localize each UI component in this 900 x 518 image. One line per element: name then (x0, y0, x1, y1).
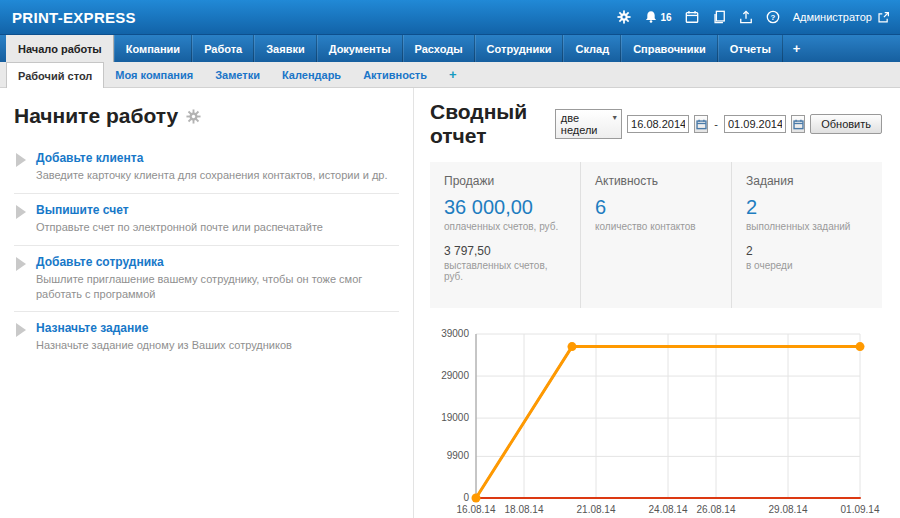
svg-text:39000: 39000 (441, 328, 469, 339)
app-logo: PRINT-EXPRESS (12, 9, 136, 26)
add-client-link[interactable]: Добавьте клиента (36, 151, 143, 165)
svg-text:29.08.14: 29.08.14 (769, 504, 808, 515)
widget-settings-icon[interactable] (186, 109, 201, 124)
stat-secondary-value: 3 797,50 (444, 244, 566, 258)
tab-requests[interactable]: Заявки (254, 35, 316, 62)
getting-started-title: Начните работу (14, 104, 178, 128)
summary-report-title: Сводный отчет (430, 100, 555, 148)
summary-report-panel: Сводный отчет две недели - Обновить (413, 88, 900, 518)
tab-add-button[interactable]: + (783, 35, 811, 62)
svg-text:0: 0 (463, 492, 469, 503)
tab-documents[interactable]: Документы (317, 35, 403, 62)
stat-primary-label: оплаченных счетов, руб. (444, 221, 566, 232)
svg-text:16.08.14: 16.08.14 (457, 504, 496, 515)
item-description: Отправьте счет по электронной почте или … (36, 220, 323, 235)
summary-chart: 16.08.1418.08.1421.08.1424.08.1426.08.14… (430, 324, 882, 518)
upload-icon[interactable] (739, 10, 753, 24)
main-content: Начните работу Добавьте клиента Заведите… (0, 88, 900, 518)
tab-employees[interactable]: Сотрудники (475, 35, 564, 62)
stat-tasks: Задания 2 выполненных заданий 2 в очеред… (731, 162, 882, 308)
user-menu[interactable]: Администратор (793, 11, 890, 24)
period-value: две недели (561, 112, 598, 136)
stat-secondary-label: в очереди (746, 260, 868, 271)
date-to-input[interactable] (724, 115, 786, 133)
create-invoice-link[interactable]: Выпишите счет (36, 203, 129, 217)
tab-getting-started[interactable]: Начало работы (6, 35, 114, 62)
subtab-notes[interactable]: Заметки (204, 62, 271, 87)
help-icon[interactable]: ? (766, 10, 780, 24)
stats-row: Продажи 36 000,00 оплаченных счетов, руб… (430, 162, 882, 308)
stat-primary-value: 2 (746, 196, 868, 219)
svg-text:24.08.14: 24.08.14 (649, 504, 688, 515)
refresh-button[interactable]: Обновить (810, 114, 882, 134)
stat-secondary-value: 2 (746, 244, 868, 258)
subtab-calendar[interactable]: Календарь (271, 62, 352, 87)
sub-nav: Рабочий стол Моя компания Заметки Календ… (0, 62, 900, 88)
tab-work[interactable]: Работа (192, 35, 254, 62)
external-link-icon (877, 11, 890, 24)
report-controls: две недели - Обновить (555, 109, 882, 139)
line-chart: 16.08.1418.08.1421.08.1424.08.1426.08.14… (430, 324, 882, 518)
getting-started-panel: Начните работу Добавьте клиента Заведите… (0, 88, 413, 518)
settings-icon[interactable] (617, 10, 631, 24)
tab-reports[interactable]: Отчеты (718, 35, 783, 62)
notifications-icon[interactable]: 16 (644, 10, 672, 24)
subtab-add-button[interactable]: + (438, 62, 468, 87)
stat-primary-value: 6 (595, 196, 717, 219)
notifications-count: 16 (661, 12, 672, 23)
period-select[interactable]: две недели (555, 109, 622, 139)
main-nav: Начало работы Компании Работа Заявки Док… (0, 34, 900, 62)
stat-primary-value: 36 000,00 (444, 196, 566, 219)
tab-warehouse[interactable]: Склад (563, 35, 621, 62)
list-item: Выпишите счет Отправьте счет по электрон… (14, 193, 399, 245)
tab-references[interactable]: Справочники (621, 35, 718, 62)
arrow-right-icon (16, 205, 26, 219)
svg-text:18.08.14: 18.08.14 (505, 504, 544, 515)
svg-text:01.09.14: 01.09.14 (841, 504, 880, 515)
subtab-activity[interactable]: Активность (352, 62, 438, 87)
svg-text:26.08.14: 26.08.14 (697, 504, 736, 515)
stat-secondary-label: выставленных счетов, руб. (444, 260, 566, 282)
add-employee-link[interactable]: Добавьте сотрудника (36, 255, 164, 269)
svg-text:19000: 19000 (441, 412, 469, 423)
arrow-right-icon (16, 257, 26, 271)
stat-sales: Продажи 36 000,00 оплаченных счетов, руб… (430, 162, 580, 308)
copy-icon[interactable] (712, 10, 726, 24)
item-description: Назначьте задание одному из Ваших сотруд… (36, 338, 292, 353)
calendar-icon[interactable] (685, 10, 699, 24)
item-description: Заведите карточку клиента для сохранения… (36, 168, 388, 183)
header-toolbar: 16 ? Администратор (617, 10, 891, 24)
stat-title: Задания (746, 174, 868, 188)
assign-task-link[interactable]: Назначьте задание (36, 321, 148, 335)
user-name: Администратор (793, 11, 872, 23)
svg-text:21.08.14: 21.08.14 (577, 504, 616, 515)
tab-companies[interactable]: Компании (114, 35, 192, 62)
list-item: Добавьте клиента Заведите карточку клиен… (14, 142, 399, 193)
subtab-desktop[interactable]: Рабочий стол (6, 62, 104, 88)
item-description: Вышлите приглашение вашему сотруднику, ч… (36, 272, 396, 302)
svg-text:?: ? (770, 13, 775, 22)
arrow-right-icon (16, 153, 26, 167)
date-range-separator: - (713, 118, 719, 130)
stat-primary-label: количество контактов (595, 221, 717, 232)
stat-primary-label: выполненных заданий (746, 221, 868, 232)
date-to-calendar-button[interactable] (791, 115, 805, 133)
stat-activity: Активность 6 количество контактов (580, 162, 731, 308)
list-item: Добавьте сотрудника Вышлите приглашение … (14, 245, 399, 312)
list-item: Назначьте задание Назначьте задание одно… (14, 311, 399, 363)
date-from-input[interactable] (627, 115, 689, 133)
tab-expenses[interactable]: Расходы (403, 35, 475, 62)
arrow-right-icon (16, 323, 26, 337)
subtab-my-company[interactable]: Моя компания (104, 62, 204, 87)
svg-text:29000: 29000 (441, 370, 469, 381)
svg-text:9900: 9900 (447, 450, 470, 461)
app-window: PRINT-EXPRESS 16 ? Администратор (0, 0, 900, 518)
top-header: PRINT-EXPRESS 16 ? Администратор (0, 0, 900, 34)
stat-title: Активность (595, 174, 717, 188)
stat-title: Продажи (444, 174, 566, 188)
date-from-calendar-button[interactable] (694, 115, 708, 133)
